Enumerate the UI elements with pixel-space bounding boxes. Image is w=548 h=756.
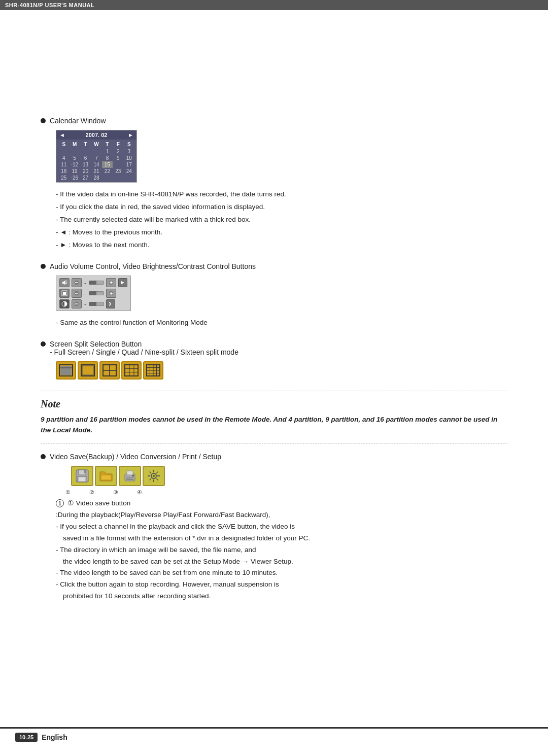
fullscreen-btn[interactable]	[56, 361, 76, 380]
note-text: 9 partition and 16 partition modes canno…	[41, 414, 507, 436]
split-subtitle: - Full Screen / Single / Quad / Nine-spl…	[50, 348, 238, 356]
setup-btn[interactable]	[143, 466, 165, 486]
svg-rect-11	[63, 292, 66, 295]
calendar-title-row: Calendar Window	[41, 117, 507, 125]
save-btn-numbers: ① ② ③ ④	[56, 489, 507, 496]
quad-btn[interactable]	[99, 361, 120, 380]
svg-line-1	[66, 281, 67, 281]
calendar-note-4: - ◄ : Moves to the previous month.	[56, 227, 507, 238]
calendar-days-header: S M T W T F S	[58, 141, 134, 148]
video-save-desc-8: prohibited for 10 seconds after recordin…	[56, 591, 507, 602]
calendar-widget: ◄ 2007. 02 ► S M T W T F S 123	[56, 130, 137, 183]
split-title-block: Screen Split Selection Button - Full Scr…	[50, 340, 238, 356]
brightness-plus-btn[interactable]	[106, 289, 116, 298]
video-save-desc-2: - If you select a channel in the playbac…	[56, 521, 507, 533]
contrast-icon[interactable]	[59, 299, 70, 308]
svg-point-52	[153, 475, 155, 477]
day-header-t: T	[80, 142, 91, 147]
svg-line-59	[156, 471, 158, 473]
save-buttons-row	[71, 466, 507, 486]
video-save-desc-5: the video length to be saved can be set …	[56, 556, 507, 568]
audio-extra-btn[interactable]	[118, 278, 127, 287]
sixteen-split-btn[interactable]	[143, 361, 163, 380]
btn-num-4: ④	[128, 489, 151, 496]
btn-num-1: ①	[57, 489, 79, 496]
svg-rect-47	[127, 471, 133, 475]
single-btn[interactable]	[78, 361, 98, 380]
print-btn[interactable]	[119, 466, 141, 486]
day-header-m: M	[69, 142, 80, 147]
svg-line-60	[150, 478, 152, 480]
day-header-f: F	[113, 142, 123, 147]
svg-line-3	[66, 283, 67, 284]
calendar-title: Calendar Window	[50, 117, 106, 125]
svg-rect-42	[84, 470, 86, 473]
audio-row: -	[59, 278, 127, 287]
note-section: Note 9 partition and 16 partition modes …	[41, 391, 507, 443]
calendar-note-1: - If the video data in on-line SHR-4081N…	[56, 189, 507, 200]
language-label: English	[42, 733, 67, 741]
calendar-notes: - If the video data in on-line SHR-4081N…	[56, 189, 507, 251]
next-month-btn[interactable]: ►	[128, 132, 133, 138]
contrast-slider[interactable]	[89, 302, 104, 306]
note-title: Note	[41, 398, 507, 410]
bullet-dot-4	[41, 454, 46, 459]
nine-split-btn[interactable]	[121, 361, 142, 380]
prev-month-btn[interactable]: ◄	[59, 132, 65, 138]
split-section: Screen Split Selection Button - Full Scr…	[41, 340, 507, 380]
brightness-icon[interactable]	[59, 289, 70, 298]
video-save-desc-6: - The video length to be saved can be se…	[56, 567, 507, 579]
calendar-note-2: - If you click the date in red, the save…	[56, 201, 507, 213]
audio-title: Audio Volume Control, Video Brightness/C…	[50, 262, 256, 270]
video-save-title: Video Save(Backup) / Video Conversion / …	[50, 453, 221, 461]
split-buttons	[56, 361, 507, 380]
brightness-slider[interactable]	[89, 291, 104, 295]
bullet-dot	[41, 118, 46, 123]
contrast-extra-btn[interactable]	[106, 299, 115, 308]
svg-rect-44	[79, 477, 85, 481]
svg-rect-48	[126, 477, 133, 478]
bullet-dot-3	[41, 341, 46, 347]
calendar-note-3: - The currently selected date will be ma…	[56, 214, 507, 226]
svg-rect-23	[81, 365, 94, 376]
separator-3: -	[84, 301, 86, 307]
svg-marker-0	[62, 280, 65, 285]
calendar-days[interactable]: 123 4567 8910 11·121314 1517 18192021 22…	[58, 148, 134, 181]
page-number-badge: 10-25	[15, 733, 38, 742]
video-save-subtitle-text: ① Video save button	[67, 499, 131, 507]
video-save-desc-4: - The directory in which an image will b…	[56, 544, 507, 556]
video-save-desc-1: :During the playback(Play/Reverse Play/F…	[56, 509, 507, 521]
svg-rect-28	[125, 365, 138, 376]
calendar-section: Calendar Window ◄ 2007. 02 ► S M T W T F…	[41, 117, 507, 251]
audio-notes: - Same as the control function of Monito…	[56, 317, 507, 329]
separator-2: -	[84, 290, 86, 296]
split-title-row: Screen Split Selection Button - Full Scr…	[41, 340, 507, 356]
audio-slider[interactable]	[89, 281, 104, 285]
audio-minus-btn[interactable]	[72, 278, 82, 287]
day-header-w: W	[91, 142, 101, 147]
video-save-title-row: Video Save(Backup) / Video Conversion / …	[41, 453, 507, 461]
contrast-minus-btn[interactable]	[72, 299, 82, 308]
footer: 10-25 English	[0, 727, 548, 746]
folder-btn[interactable]	[95, 466, 117, 486]
contrast-row: -	[59, 299, 127, 308]
brightness-minus-btn[interactable]	[72, 289, 82, 298]
btn-num-3: ③	[105, 489, 127, 496]
manual-title: SHR-4081N/P USER'S MANUAL	[5, 2, 94, 8]
calendar-month-year: 2007. 02	[86, 132, 108, 138]
audio-note: - Same as the control function of Monito…	[56, 317, 507, 329]
video-save-btn[interactable]	[71, 466, 93, 486]
svg-line-57	[150, 471, 152, 473]
main-content: Calendar Window ◄ 2007. 02 ► S M T W T F…	[0, 101, 548, 644]
svg-rect-45	[101, 475, 111, 480]
btn-num-2: ②	[81, 489, 103, 496]
audio-section: Audio Volume Control, Video Brightness/C…	[41, 262, 507, 329]
audio-plus-btn[interactable]	[106, 278, 116, 287]
control-buttons: - -	[56, 276, 131, 311]
video-save-section: Video Save(Backup) / Video Conversion / …	[41, 453, 507, 602]
audio-icon[interactable]	[59, 278, 70, 287]
svg-rect-49	[126, 479, 133, 480]
video-save-desc-7: - Click the button again to stop recordi…	[56, 579, 507, 591]
svg-line-58	[156, 478, 158, 480]
page-header: SHR-4081N/P USER'S MANUAL	[0, 0, 548, 10]
